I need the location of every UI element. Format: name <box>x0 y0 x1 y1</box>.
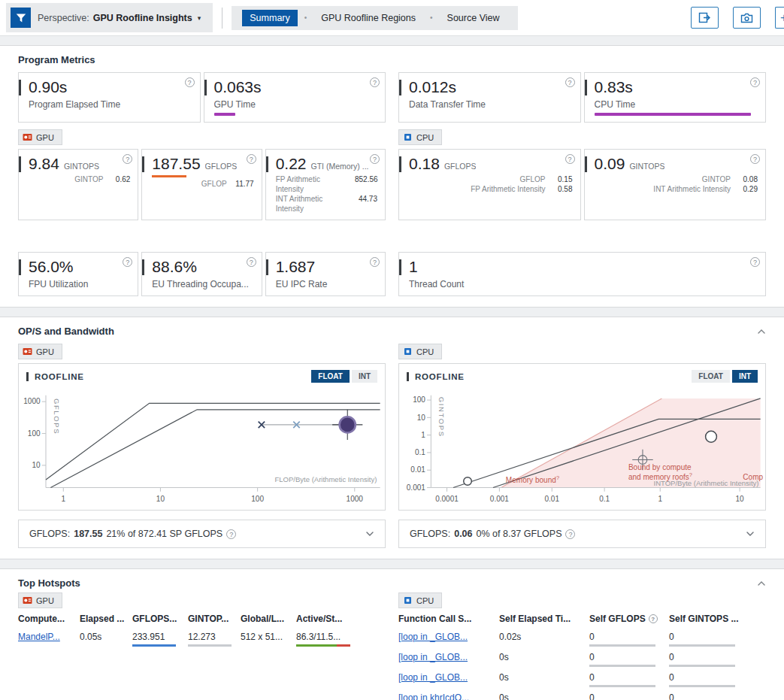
column-header[interactable]: GINTOP... <box>188 614 241 624</box>
top-hotspots-section: Top Hotspots GPU Compute... Elapsed ... … <box>0 568 784 700</box>
column-header[interactable]: Compute... <box>18 614 80 624</box>
sub-label: INT Arithmetic Intensity <box>276 194 350 214</box>
summary-value: 187.55 <box>74 529 102 539</box>
column-header[interactable]: Global/L... <box>241 614 296 624</box>
toggle-float[interactable]: FLOAT <box>692 370 730 383</box>
collapse-section-icon[interactable] <box>757 329 766 335</box>
memory-roof-line <box>46 403 380 480</box>
loop-point[interactable] <box>464 477 472 486</box>
metric-card-gpu-gintops: ? 9.84 GINTOPS GINTOP0.62 <box>18 149 138 220</box>
collapse-section-icon[interactable] <box>757 57 766 63</box>
tab-summary[interactable]: Summary <box>242 10 297 26</box>
metric-value: 0.83s <box>595 78 758 96</box>
snapshot-button[interactable] <box>733 7 761 29</box>
roofline-heading: ROOFLINE <box>26 372 84 381</box>
metric-card-eu-threading-occupancy: ? 88.6% EU Threading Occupa... <box>141 252 262 296</box>
help-icon[interactable]: ? <box>247 154 256 164</box>
gpu-icon <box>23 347 32 356</box>
gpu-roofline-chart[interactable]: 1000 100 10 GFLOPS 1 10 100 1000 FLOP/By… <box>19 386 385 510</box>
help-icon[interactable]: ? <box>750 154 760 164</box>
metric-card-fpu-utilization: ? 56.0% FPU Utilization <box>18 252 138 296</box>
y-axis-label: GFLOPS <box>53 398 61 435</box>
compute-task-link[interactable]: MandelP... <box>18 632 80 642</box>
sub-value: 0.15 <box>552 174 573 184</box>
gintops-cell: 0 <box>669 652 766 667</box>
column-header[interactable]: Function Call S... <box>398 614 499 624</box>
svg-text:100: 100 <box>251 495 264 503</box>
program-metrics-title: Program Metrics <box>18 54 95 65</box>
help-icon[interactable]: ? <box>649 614 658 623</box>
column-header[interactable]: Elapsed ... <box>80 614 132 624</box>
column-header[interactable]: Self GINTOPS ... <box>669 614 766 624</box>
metric-label: EU IPC Rate <box>276 279 377 289</box>
memory-bound-label: Memory bound? <box>506 474 559 484</box>
gpu-badge: GPU <box>18 129 62 145</box>
help-icon[interactable]: ? <box>565 529 575 539</box>
gpu-badge: GPU <box>18 592 62 608</box>
loop-point[interactable] <box>706 431 717 442</box>
global-size-cell: 512 x 51... <box>241 632 296 642</box>
top-hotspots-title: Top Hotspots <box>18 577 80 589</box>
metric-value: 0.18 <box>409 155 440 173</box>
perspective-value: GPU Roofline Insights <box>93 13 192 23</box>
gflops-cell: 0 <box>589 692 669 700</box>
help-icon[interactable]: ? <box>370 154 380 164</box>
svg-text:10: 10 <box>32 461 41 469</box>
help-icon[interactable]: ? <box>226 529 236 539</box>
metric-card-thread-count: ? 1 Thread Count <box>398 252 766 296</box>
cpu-badge-label: CPU <box>416 596 434 605</box>
toggle-int[interactable]: INT <box>352 370 377 383</box>
perspective-selector[interactable]: Perspective: GPU Roofline Insights ▾ <box>38 13 201 23</box>
gintops-cell: 0 <box>669 692 766 700</box>
program-metrics-section: Program Metrics ? 0.90s Program Elapsed … <box>0 45 784 308</box>
expand-chevron-icon[interactable] <box>365 529 374 539</box>
cpu-badge: CPU <box>398 344 442 359</box>
tab-source-view[interactable]: Source View <box>440 10 507 26</box>
gpu-badge-label: GPU <box>36 347 54 356</box>
toggle-float[interactable]: FLOAT <box>311 370 350 383</box>
function-link[interactable]: [loop in _GLOB... <box>398 632 499 642</box>
sub-label: GFLOP <box>201 179 227 189</box>
roofline-heading: ROOFLINE <box>407 372 465 381</box>
help-icon[interactable]: ? <box>565 154 575 164</box>
expand-chevron-icon[interactable] <box>746 529 755 539</box>
overflow-button[interactable]: + <box>775 7 784 29</box>
column-header[interactable]: Self Elapsed Ti... <box>499 614 589 624</box>
elapsed-cell: 0s <box>499 692 589 700</box>
function-link[interactable]: [loop in _GLOB... <box>398 652 499 662</box>
cpu-roofline-chart[interactable]: 100 10 1 0.1 0.01 0.001 GINTOPS 0.0001 0… <box>399 386 765 510</box>
toggle-int[interactable]: INT <box>732 370 758 383</box>
function-link[interactable]: [loop in khrIcdO... <box>398 692 499 700</box>
svg-text:1000: 1000 <box>347 495 364 503</box>
metric-value: 0.90s <box>29 78 192 96</box>
cpu-roofline-panel: ROOFLINE FLOAT INT 100 10 1 0.1 0.01 <box>398 363 766 511</box>
top-toolbar: Perspective: GPU Roofline Insights ▾ Sum… <box>0 0 784 36</box>
sub-value: 852.56 <box>355 174 377 194</box>
ops-bandwidth-section: OP/S and Bandwidth GPU CPU <box>0 317 784 559</box>
cpu-icon <box>403 595 413 605</box>
elapsed-cell: 0.02s <box>499 632 589 642</box>
open-result-button[interactable] <box>691 7 719 29</box>
cpu-hotspot-row: [loop in _GLOB... 0.02s 0 0 <box>398 629 766 649</box>
svg-text:1: 1 <box>421 431 425 439</box>
metric-label: CPU Time <box>595 99 758 110</box>
metric-card-gpu-gflops: ? 187.55 GFLOPS GFLOP11.77 <box>141 149 262 220</box>
svg-text:100: 100 <box>28 429 41 438</box>
tab-gpu-roofline-regions[interactable]: GPU Roofline Regions <box>313 10 423 26</box>
chevron-down-icon: ▾ <box>198 14 201 22</box>
metric-value: 0.09 <box>595 155 625 173</box>
gpu-roofline-summary[interactable]: GFLOPS: 187.55 21% of 872.41 SP GFLOPS ? <box>18 520 386 548</box>
advisor-logo-icon[interactable] <box>11 8 31 28</box>
column-header[interactable]: Self GFLOPS? <box>589 614 669 624</box>
bound-by-compute-label-line1: Bound by compute <box>628 463 692 471</box>
metric-label: GPU Time <box>214 99 378 110</box>
function-link[interactable]: [loop in _GLOB... <box>398 672 499 683</box>
column-header[interactable]: GFLOPS... <box>132 614 188 624</box>
gflops-bar <box>132 644 176 647</box>
help-icon[interactable]: ? <box>123 154 132 164</box>
selected-kernel-point[interactable] <box>340 417 356 432</box>
column-header[interactable]: Active/St... <box>296 614 386 624</box>
sub-label: FP Arithmetic Intensity <box>276 174 349 194</box>
collapse-section-icon[interactable] <box>757 580 766 586</box>
cpu-roofline-summary[interactable]: GFLOPS: 0.06 0% of 8.37 GFLOPS ? <box>398 520 766 548</box>
